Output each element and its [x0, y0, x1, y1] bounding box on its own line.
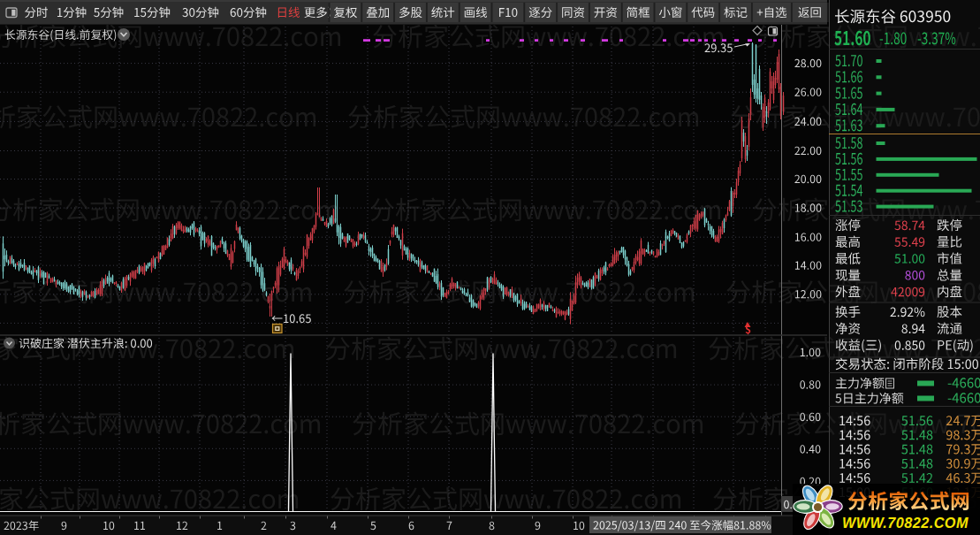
svg-text:WWW.70822.COM: WWW.70822.COM	[842, 515, 969, 531]
